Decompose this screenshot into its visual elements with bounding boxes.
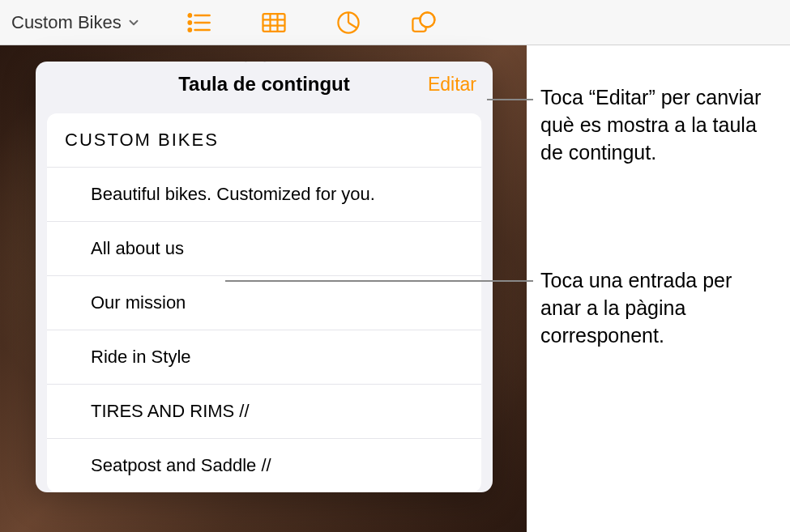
toc-item[interactable]: Beautiful bikes. Customized for you.: [47, 168, 481, 222]
list-view-icon[interactable]: [181, 5, 217, 40]
document-title-dropdown[interactable]: Custom Bikes: [0, 12, 141, 33]
chevron-down-icon: [126, 15, 141, 30]
callout-line: [225, 280, 533, 282]
callout-entry-hint: Toca una entrada per anar a la pàgina co…: [540, 267, 775, 349]
toc-list: CUSTOM BIKES Beautiful bikes. Customized…: [47, 113, 481, 492]
popover-header: Taula de contingut Editar: [36, 62, 493, 107]
toolbar: Custom Bikes: [0, 0, 790, 45]
toc-popover: Taula de contingut Editar CUSTOM BIKES B…: [36, 62, 493, 492]
chart-icon[interactable]: [331, 5, 366, 40]
toc-item[interactable]: Ride in Style: [47, 330, 481, 385]
document-title: Custom Bikes: [11, 12, 122, 33]
toc-item[interactable]: TIRES AND RIMS //: [47, 385, 481, 439]
toc-item[interactable]: Our mission: [47, 276, 481, 330]
svg-line-13: [348, 23, 357, 28]
svg-point-2: [188, 21, 190, 23]
toolbar-icons: [181, 5, 441, 40]
popover-title: Taula de contingut: [178, 73, 350, 96]
svg-rect-6: [263, 14, 284, 32]
svg-point-4: [188, 28, 190, 31]
callout-line: [487, 99, 533, 100]
toc-item[interactable]: All about us: [47, 222, 481, 276]
table-icon[interactable]: [256, 5, 292, 40]
toc-item[interactable]: Seatpost and Saddle //: [47, 439, 481, 492]
shapes-icon[interactable]: [405, 5, 441, 40]
callout-edit-hint: Toca “Editar” per canviar què es mostra …: [540, 84, 784, 166]
toc-item[interactable]: CUSTOM BIKES: [47, 113, 481, 168]
svg-point-0: [188, 14, 190, 16]
edit-button[interactable]: Editar: [428, 74, 476, 96]
